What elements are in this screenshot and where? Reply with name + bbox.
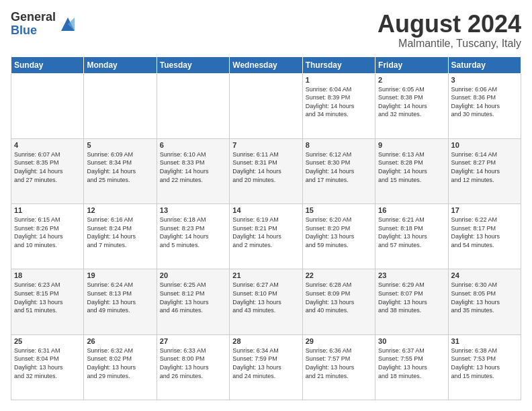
day-info: Sunrise: 6:11 AM Sunset: 8:31 PM Dayligh…	[232, 150, 299, 184]
header: General Blue August 2024 Malmantile, Tus…	[11, 11, 521, 50]
table-cell: 29Sunrise: 6:36 AM Sunset: 7:57 PM Dayli…	[302, 334, 375, 400]
table-cell: 28Sunrise: 6:34 AM Sunset: 7:59 PM Dayli…	[230, 334, 302, 400]
day-info: Sunrise: 6:09 AM Sunset: 8:34 PM Dayligh…	[87, 150, 153, 184]
day-info: Sunrise: 6:13 AM Sunset: 8:28 PM Dayligh…	[378, 150, 445, 184]
logo-text: General Blue	[11, 11, 56, 38]
day-number: 7	[232, 141, 299, 149]
day-info: Sunrise: 6:16 AM Sunset: 8:24 PM Dayligh…	[87, 216, 153, 249]
table-cell	[11, 73, 84, 138]
day-number: 5	[87, 141, 153, 149]
header-friday: Friday	[375, 56, 448, 73]
main-title: August 2024	[378, 11, 521, 38]
table-cell: 20Sunrise: 6:25 AM Sunset: 8:12 PM Dayli…	[157, 269, 229, 334]
day-number: 29	[306, 337, 372, 345]
day-info: Sunrise: 6:07 AM Sunset: 8:35 PM Dayligh…	[14, 150, 81, 184]
table-cell	[230, 73, 302, 138]
day-number: 3	[451, 76, 518, 84]
day-info: Sunrise: 6:15 AM Sunset: 8:26 PM Dayligh…	[14, 216, 81, 249]
table-cell: 25Sunrise: 6:31 AM Sunset: 8:04 PM Dayli…	[11, 334, 84, 400]
day-info: Sunrise: 6:30 AM Sunset: 8:05 PM Dayligh…	[451, 281, 518, 314]
day-info: Sunrise: 6:22 AM Sunset: 8:17 PM Dayligh…	[451, 216, 518, 249]
day-info: Sunrise: 6:24 AM Sunset: 8:13 PM Dayligh…	[87, 281, 153, 314]
table-cell: 30Sunrise: 6:37 AM Sunset: 7:55 PM Dayli…	[375, 334, 448, 400]
day-info: Sunrise: 6:21 AM Sunset: 8:18 PM Dayligh…	[378, 216, 445, 249]
day-number: 31	[451, 337, 518, 345]
day-info: Sunrise: 6:27 AM Sunset: 8:10 PM Dayligh…	[232, 281, 299, 314]
table-cell: 24Sunrise: 6:30 AM Sunset: 8:05 PM Dayli…	[448, 269, 521, 334]
table-cell: 13Sunrise: 6:18 AM Sunset: 8:23 PM Dayli…	[157, 204, 229, 269]
table-cell: 27Sunrise: 6:33 AM Sunset: 8:00 PM Dayli…	[157, 334, 229, 400]
day-info: Sunrise: 6:14 AM Sunset: 8:27 PM Dayligh…	[451, 150, 518, 184]
table-cell: 21Sunrise: 6:27 AM Sunset: 8:10 PM Dayli…	[230, 269, 302, 334]
day-info: Sunrise: 6:31 AM Sunset: 8:04 PM Dayligh…	[14, 347, 81, 380]
day-info: Sunrise: 6:34 AM Sunset: 7:59 PM Dayligh…	[232, 347, 299, 380]
day-number: 24	[451, 271, 518, 279]
logo: General Blue	[11, 11, 77, 38]
table-cell: 22Sunrise: 6:28 AM Sunset: 8:09 PM Dayli…	[302, 269, 375, 334]
table-cell: 31Sunrise: 6:38 AM Sunset: 7:53 PM Dayli…	[448, 334, 521, 400]
table-cell: 8Sunrise: 6:12 AM Sunset: 8:30 PM Daylig…	[302, 138, 375, 203]
day-number: 20	[160, 271, 226, 279]
day-number: 26	[87, 337, 153, 345]
logo-icon	[58, 15, 77, 34]
day-info: Sunrise: 6:10 AM Sunset: 8:33 PM Dayligh…	[160, 150, 226, 184]
table-cell: 11Sunrise: 6:15 AM Sunset: 8:26 PM Dayli…	[11, 204, 84, 269]
table-cell: 6Sunrise: 6:10 AM Sunset: 8:33 PM Daylig…	[157, 138, 229, 203]
day-info: Sunrise: 6:19 AM Sunset: 8:21 PM Dayligh…	[232, 216, 299, 249]
day-info: Sunrise: 6:18 AM Sunset: 8:23 PM Dayligh…	[160, 216, 226, 249]
day-number: 17	[451, 206, 518, 214]
logo-general: General	[11, 11, 56, 24]
day-number: 28	[232, 337, 299, 345]
calendar-header-row: Sunday Monday Tuesday Wednesday Thursday…	[11, 56, 521, 73]
table-cell: 26Sunrise: 6:32 AM Sunset: 8:02 PM Dayli…	[84, 334, 157, 400]
day-info: Sunrise: 6:25 AM Sunset: 8:12 PM Dayligh…	[160, 281, 226, 314]
day-info: Sunrise: 6:20 AM Sunset: 8:20 PM Dayligh…	[306, 216, 372, 249]
week-row-2: 11Sunrise: 6:15 AM Sunset: 8:26 PM Dayli…	[11, 204, 521, 269]
day-number: 13	[160, 206, 226, 214]
header-sunday: Sunday	[11, 56, 84, 73]
day-number: 4	[14, 141, 81, 149]
day-number: 9	[378, 141, 445, 149]
table-cell: 17Sunrise: 6:22 AM Sunset: 8:17 PM Dayli…	[448, 204, 521, 269]
table-cell	[84, 73, 157, 138]
title-block: August 2024 Malmantile, Tuscany, Italy	[378, 11, 521, 50]
day-info: Sunrise: 6:12 AM Sunset: 8:30 PM Dayligh…	[306, 150, 372, 184]
table-cell: 14Sunrise: 6:19 AM Sunset: 8:21 PM Dayli…	[230, 204, 302, 269]
day-info: Sunrise: 6:38 AM Sunset: 7:53 PM Dayligh…	[451, 347, 518, 380]
day-info: Sunrise: 6:04 AM Sunset: 8:39 PM Dayligh…	[306, 85, 372, 119]
day-number: 27	[160, 337, 226, 345]
day-info: Sunrise: 6:36 AM Sunset: 7:57 PM Dayligh…	[306, 347, 372, 380]
page: General Blue August 2024 Malmantile, Tus…	[0, 0, 532, 411]
table-cell: 4Sunrise: 6:07 AM Sunset: 8:35 PM Daylig…	[11, 138, 84, 203]
day-info: Sunrise: 6:33 AM Sunset: 8:00 PM Dayligh…	[160, 347, 226, 380]
day-number: 14	[232, 206, 299, 214]
subtitle: Malmantile, Tuscany, Italy	[378, 38, 521, 50]
day-number: 21	[232, 271, 299, 279]
table-cell: 15Sunrise: 6:20 AM Sunset: 8:20 PM Dayli…	[302, 204, 375, 269]
week-row-3: 18Sunrise: 6:23 AM Sunset: 8:15 PM Dayli…	[11, 269, 521, 334]
table-cell: 10Sunrise: 6:14 AM Sunset: 8:27 PM Dayli…	[448, 138, 521, 203]
day-number: 25	[14, 337, 81, 345]
table-cell: 9Sunrise: 6:13 AM Sunset: 8:28 PM Daylig…	[375, 138, 448, 203]
table-cell: 19Sunrise: 6:24 AM Sunset: 8:13 PM Dayli…	[84, 269, 157, 334]
table-cell: 5Sunrise: 6:09 AM Sunset: 8:34 PM Daylig…	[84, 138, 157, 203]
table-cell: 16Sunrise: 6:21 AM Sunset: 8:18 PM Dayli…	[375, 204, 448, 269]
calendar: Sunday Monday Tuesday Wednesday Thursday…	[11, 56, 521, 400]
day-info: Sunrise: 6:28 AM Sunset: 8:09 PM Dayligh…	[306, 281, 372, 314]
day-number: 11	[14, 206, 81, 214]
day-number: 19	[87, 271, 153, 279]
day-number: 12	[87, 206, 153, 214]
day-number: 6	[160, 141, 226, 149]
day-number: 2	[378, 76, 445, 84]
day-info: Sunrise: 6:05 AM Sunset: 8:38 PM Dayligh…	[378, 85, 445, 119]
table-cell: 18Sunrise: 6:23 AM Sunset: 8:15 PM Dayli…	[11, 269, 84, 334]
header-wednesday: Wednesday	[230, 56, 302, 73]
day-number: 16	[378, 206, 445, 214]
day-number: 23	[378, 271, 445, 279]
table-cell: 3Sunrise: 6:06 AM Sunset: 8:36 PM Daylig…	[448, 73, 521, 138]
day-number: 15	[306, 206, 372, 214]
table-cell: 2Sunrise: 6:05 AM Sunset: 8:38 PM Daylig…	[375, 73, 448, 138]
day-info: Sunrise: 6:23 AM Sunset: 8:15 PM Dayligh…	[14, 281, 81, 314]
header-monday: Monday	[84, 56, 157, 73]
day-number: 10	[451, 141, 518, 149]
